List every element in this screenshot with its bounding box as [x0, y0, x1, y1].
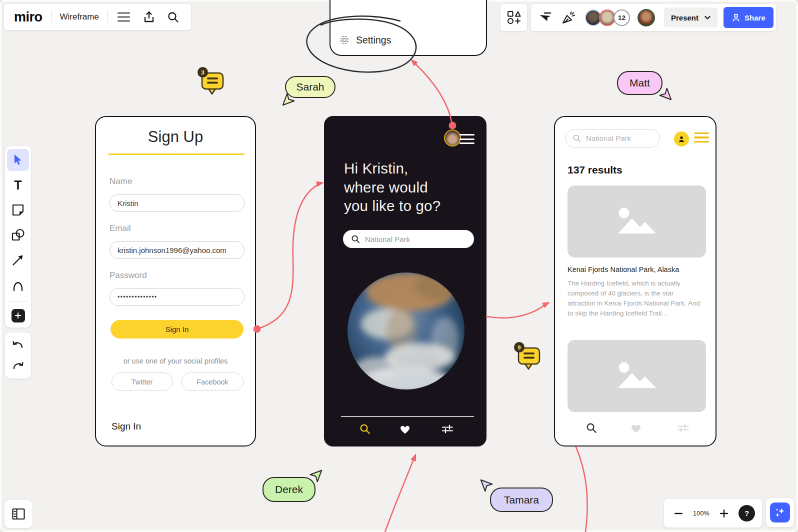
header-right-toolbar: 12 Present Share	[531, 4, 776, 31]
comment-count-badge: 3	[198, 67, 208, 78]
share-button[interactable]: Share	[724, 7, 774, 28]
search-input[interactable]: National Park	[343, 230, 474, 248]
frames-panel-icon	[12, 508, 26, 520]
search-tab-icon[interactable]	[586, 422, 598, 434]
zoom-out-button[interactable]	[671, 506, 686, 521]
ai-assistant-card	[766, 498, 794, 527]
results-wireframe-frame[interactable]: National Park 137 results Kenai Fjords N…	[554, 116, 716, 446]
arrowhead	[410, 452, 418, 462]
favorites-tab-icon[interactable]	[630, 423, 642, 434]
add-more-tools-button[interactable]	[7, 306, 29, 324]
collaborator-cursor-sarah	[276, 90, 298, 112]
miro-logo[interactable]: miro	[14, 10, 42, 25]
earth-photo	[346, 271, 466, 391]
profile-button[interactable]	[674, 132, 689, 146]
present-button[interactable]: Present	[664, 8, 718, 28]
text-tool[interactable]: T	[7, 174, 29, 196]
title-underline	[108, 154, 244, 155]
shapes-tool[interactable]	[7, 224, 29, 246]
export-button[interactable]	[140, 8, 158, 26]
plus-icon	[12, 309, 25, 322]
person-icon	[732, 13, 740, 22]
sticky-note-icon	[12, 204, 24, 216]
connector-bottom-to-home	[385, 457, 414, 532]
results-search-input[interactable]: National Park	[565, 129, 660, 148]
search-placeholder: National Park	[365, 235, 410, 244]
ai-assistant-button[interactable]	[770, 502, 790, 522]
help-button[interactable]: ?	[738, 505, 755, 522]
signin-footer-link[interactable]: Sign In	[112, 421, 141, 432]
password-field[interactable]: ••••••••••••••	[110, 288, 244, 306]
greeting-text: Hi Kristin, where would you like to go?	[344, 159, 440, 216]
connector-avatar-to-settings	[414, 62, 452, 124]
widgets-icon	[507, 10, 521, 24]
connector-results-down	[576, 447, 588, 532]
divider	[107, 10, 108, 24]
signup-title: Sign Up	[96, 128, 255, 146]
header-left-toolbar: miro Wireframe	[4, 4, 191, 30]
collaborator-name: Tamara	[504, 494, 539, 506]
result-description: The Harding Icefield, which is actually …	[568, 278, 700, 318]
connector-tool[interactable]	[7, 249, 29, 271]
help-label: ?	[744, 509, 749, 518]
user-avatar[interactable]	[444, 130, 461, 146]
history-toolbar	[5, 332, 31, 378]
signup-wireframe-frame[interactable]: Sign Up Name Kristin Email kristin.johns…	[95, 116, 256, 446]
reactions-button[interactable]	[558, 8, 578, 28]
favorites-tab-icon[interactable]	[399, 424, 411, 435]
frames-panel-button[interactable]	[4, 500, 32, 528]
collaborator-name: Derek	[275, 484, 303, 496]
undo-button[interactable]	[7, 336, 29, 354]
search-tab-icon[interactable]	[359, 423, 371, 435]
collaborator-cursor-tamara	[474, 474, 496, 496]
email-field[interactable]: kristin.johnson1996@yahoo.com	[110, 241, 244, 259]
undo-icon	[12, 340, 24, 350]
filters-tab-icon[interactable]	[677, 422, 689, 434]
share-label: Share	[744, 14, 766, 22]
twitter-button[interactable]: Twitter	[112, 372, 172, 391]
divider	[52, 10, 52, 24]
current-user-avatar[interactable]	[638, 9, 655, 26]
name-field[interactable]: Kristin	[110, 194, 244, 212]
collaborator-name: Sarah	[296, 81, 324, 93]
home-screen-wireframe-frame[interactable]: Hi Kristin, where would you like to go? …	[324, 116, 486, 446]
main-menu-button[interactable]	[114, 8, 134, 26]
export-icon	[142, 10, 156, 24]
zoom-in-button[interactable]	[716, 506, 732, 521]
chevron-down-icon	[704, 16, 710, 20]
person-icon	[678, 135, 686, 143]
plus-icon	[720, 510, 728, 518]
comment-thread-badge[interactable]: 3	[196, 66, 228, 97]
miro-canvas[interactable]: Settings Sign Up Name Kristin Email kris…	[0, 0, 798, 532]
apps-widgets-button[interactable]	[500, 4, 527, 31]
facebook-button[interactable]: Facebook	[182, 372, 244, 391]
settings-label: Settings	[356, 34, 391, 46]
follow-presenter-button[interactable]	[535, 8, 555, 28]
settings-panel-card[interactable]: Settings	[330, 0, 487, 56]
filters-tab-icon[interactable]	[442, 423, 454, 435]
redo-button[interactable]	[7, 357, 29, 375]
image-placeholder-icon	[614, 362, 660, 390]
menu-hamburger-icon[interactable]	[460, 134, 474, 144]
arrowhead	[316, 180, 324, 186]
sticky-note-tool[interactable]	[7, 199, 29, 221]
result-image-placeholder[interactable]	[568, 340, 706, 412]
zoom-level[interactable]: 100%	[693, 510, 710, 517]
select-tool[interactable]	[7, 149, 29, 171]
result-image-placeholder[interactable]	[568, 186, 706, 258]
pen-tool[interactable]	[7, 274, 29, 296]
creation-toolbar: T	[5, 146, 31, 328]
arrowhead	[542, 300, 552, 308]
name-field-value: Kristin	[118, 199, 138, 208]
party-popper-icon	[561, 10, 575, 24]
settings-menu-item[interactable]: Settings	[338, 34, 391, 46]
results-menu-hamburger-icon[interactable]	[694, 132, 709, 142]
sign-in-button[interactable]: Sign In	[110, 320, 244, 338]
collaborator-cursor-matt	[656, 84, 678, 106]
password-label: Password	[110, 270, 147, 280]
board-title[interactable]: Wireframe	[60, 12, 99, 22]
comment-count-badge: 9	[514, 342, 524, 352]
search-button[interactable]	[164, 8, 182, 26]
comment-thread-badge[interactable]: 9	[513, 341, 544, 372]
collaborator-overflow-count[interactable]: 12	[614, 10, 630, 26]
